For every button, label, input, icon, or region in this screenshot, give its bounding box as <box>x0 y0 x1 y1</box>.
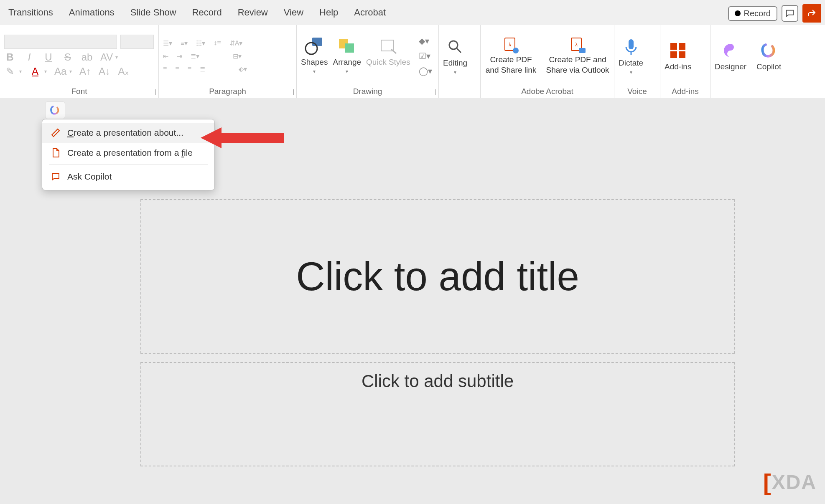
tab-record[interactable]: Record <box>192 7 222 18</box>
font-group-label: Font <box>4 84 154 98</box>
decrease-font-button[interactable]: A↓ <box>99 66 110 77</box>
svg-rect-14 <box>679 43 685 50</box>
tab-help[interactable]: Help <box>319 7 338 18</box>
menu-create-presentation-about[interactable]: Create a presentation about... <box>42 123 214 143</box>
text-shadow-button[interactable]: ab <box>81 51 93 63</box>
font-dialog-launcher[interactable] <box>150 89 156 95</box>
top-right-controls: Record <box>728 4 821 23</box>
svg-point-1 <box>306 43 317 54</box>
quick-styles-icon <box>377 36 400 56</box>
list-level-button[interactable]: ☷▾ <box>196 39 205 47</box>
record-button[interactable]: Record <box>728 6 777 21</box>
title-placeholder[interactable]: Click to add title <box>140 199 735 354</box>
tab-view[interactable]: View <box>284 7 303 18</box>
quick-styles-button[interactable]: Quick Styles <box>366 36 410 67</box>
adobe-group-label: Adobe Acrobat <box>485 84 610 98</box>
shape-fill-button[interactable]: ◆▾ <box>419 36 432 46</box>
slide-area: Create a presentation about... Create a … <box>0 98 825 504</box>
comment-icon <box>785 9 794 18</box>
voice-group-label: Voice <box>619 84 656 98</box>
align-center-button[interactable]: ≡ <box>175 65 179 73</box>
pencil-icon <box>51 128 61 138</box>
underline-button[interactable]: U <box>43 51 54 63</box>
title-placeholder-text: Click to add title <box>296 253 579 299</box>
svg-text:λ: λ <box>509 42 511 48</box>
svg-point-5 <box>449 41 458 49</box>
bullets-button[interactable]: ☰▾ <box>163 39 172 47</box>
drawing-dialog-launcher[interactable] <box>430 89 436 95</box>
font-group: B I U S ab AV▾ ✎▾ A▾ Aa▾ A↑ A↓ Aₓ Font <box>0 25 159 98</box>
watermark-text: XDA <box>772 471 817 494</box>
adobe-group: λ Create PDF and Share link λ Create PDF… <box>481 25 614 98</box>
font-color-button[interactable]: A <box>29 66 41 77</box>
tab-transitions[interactable]: Transitions <box>8 7 53 18</box>
chevron-down-icon: ▾ <box>313 68 316 74</box>
strikethrough-button[interactable]: S <box>62 51 74 63</box>
svg-point-8 <box>513 48 519 53</box>
italic-button[interactable]: I <box>23 51 35 63</box>
watermark: [XDA <box>763 469 817 496</box>
increase-indent-button[interactable]: ⇥ <box>177 52 182 60</box>
paragraph-dialog-launcher[interactable] <box>288 89 294 95</box>
copilot-button[interactable]: Copilot <box>756 41 781 71</box>
tab-animations[interactable]: Animations <box>69 7 115 18</box>
shape-effects-button[interactable]: ◯▾ <box>419 66 432 76</box>
drawing-group-label: Drawing <box>301 84 434 98</box>
align-distributed-button[interactable]: ≣▾ <box>191 52 199 60</box>
shapes-button[interactable]: Shapes ▾ <box>301 36 328 74</box>
addins-group-label: Add-ins <box>665 84 706 98</box>
create-pdf-share-link-button[interactable]: λ Create PDF and Share link <box>485 36 537 75</box>
bold-button[interactable]: B <box>4 51 16 63</box>
increase-font-button[interactable]: A↑ <box>79 66 91 77</box>
tab-slideshow[interactable]: Slide Show <box>130 7 176 18</box>
menu-create-presentation-from-file[interactable]: Create a presentation from a file <box>42 143 214 163</box>
addins-button[interactable]: Add-ins <box>665 41 691 71</box>
clear-formatting-button[interactable]: Aₓ <box>118 66 130 77</box>
subtitle-placeholder[interactable]: Click to add subtitle <box>140 362 735 466</box>
search-icon <box>443 37 467 57</box>
pdf-outlook-icon: λ <box>567 36 588 55</box>
slide-canvas: Click to add title Click to add subtitle <box>140 199 735 466</box>
comments-button[interactable] <box>782 5 798 22</box>
share-button[interactable] <box>802 4 821 23</box>
text-highlight-button[interactable]: ✎ <box>4 66 16 77</box>
ribbon: B I U S ab AV▾ ✎▾ A▾ Aa▾ A↑ A↓ Aₓ Font <box>0 25 825 98</box>
align-right-button[interactable]: ≡ <box>188 65 191 73</box>
numbering-button[interactable]: ≡▾ <box>181 39 188 47</box>
decrease-indent-button[interactable]: ⇤ <box>163 52 168 60</box>
arrange-button[interactable]: Arrange ▾ <box>333 36 361 74</box>
character-spacing-button[interactable]: AV <box>100 51 112 63</box>
text-direction-button[interactable]: ⇵A▾ <box>229 39 243 47</box>
align-text-button[interactable]: ⊟▾ <box>233 52 242 60</box>
font-family-combo[interactable] <box>4 35 117 49</box>
svg-rect-13 <box>670 43 677 50</box>
align-left-button[interactable]: ≡ <box>163 65 167 73</box>
designer-label: Designer <box>715 62 746 71</box>
create-pdf-outlook-label: Create PDF and Share via Outlook <box>545 55 610 75</box>
chevron-down-icon: ▾ <box>630 69 632 75</box>
svg-rect-3 <box>345 43 354 53</box>
addins-icon <box>666 41 690 61</box>
ribbon-tabs: Transitions Animations Slide Show Record… <box>0 0 825 25</box>
menu-item-label: Create a presentation about... <box>67 128 183 138</box>
menu-item-label: Create a presentation from a file <box>67 148 193 158</box>
menu-separator <box>49 165 208 165</box>
copilot-chip-button[interactable] <box>45 101 65 119</box>
line-spacing-button[interactable]: ↕≡ <box>214 39 221 47</box>
menu-item-label: Ask Copilot <box>67 172 112 182</box>
change-case-button[interactable]: Aa <box>54 66 66 77</box>
svg-text:λ: λ <box>575 42 578 48</box>
editing-button[interactable]: Editing ▾ <box>443 37 467 75</box>
align-justify-button[interactable]: ≣ <box>200 65 205 73</box>
smartart-button[interactable]: ⬖▾ <box>239 65 247 73</box>
create-pdf-outlook-button[interactable]: λ Create PDF and Share via Outlook <box>545 36 610 75</box>
designer-button[interactable]: Designer <box>715 41 746 71</box>
tab-review[interactable]: Review <box>238 7 268 18</box>
font-size-combo[interactable] <box>120 35 154 49</box>
menu-ask-copilot[interactable]: Ask Copilot <box>42 167 214 187</box>
shapes-label: Shapes <box>301 58 328 67</box>
tab-acrobat[interactable]: Acrobat <box>354 7 386 18</box>
shape-outline-button[interactable]: ☑▾ <box>419 51 432 61</box>
shapes-icon <box>303 36 326 56</box>
dictate-button[interactable]: Dictate ▾ <box>619 37 643 75</box>
